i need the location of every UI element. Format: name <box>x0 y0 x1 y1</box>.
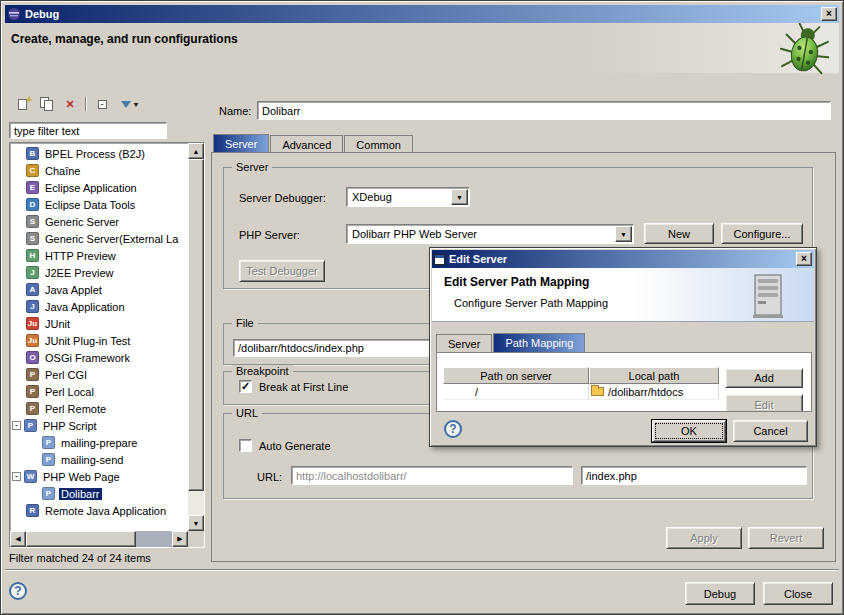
server-icon <box>750 273 786 319</box>
php-file-icon: P <box>42 436 55 449</box>
name-input[interactable] <box>257 101 831 120</box>
column-header-local-path[interactable]: Local path <box>589 367 719 384</box>
dropdown-arrow-icon[interactable]: ▼ <box>451 189 468 205</box>
tree-item-label: Remote Java Application <box>43 505 168 517</box>
window-close-icon[interactable]: × <box>821 7 837 21</box>
php-web-page-file-icon: P <box>42 487 55 500</box>
auto-generate-checkbox[interactable] <box>239 439 252 452</box>
window-titlebar[interactable]: Debug × <box>5 5 839 23</box>
dialog-tab-server[interactable]: Server <box>436 334 492 352</box>
filter-input[interactable] <box>9 122 167 139</box>
tree-item-eclipse-application[interactable]: EEclipse Application <box>12 179 187 196</box>
tree-item-perl-local[interactable]: PPerl Local <box>12 383 187 400</box>
tree-item-http-preview[interactable]: HHTTP Preview <box>12 247 187 264</box>
scroll-left-icon[interactable]: ◀ <box>10 531 26 547</box>
tree-item-perl-cgi[interactable]: PPerl CGI <box>12 366 187 383</box>
url-label: URL: <box>257 471 282 483</box>
filter-config-icon[interactable]: ▼ <box>115 95 145 113</box>
scroll-down-icon[interactable]: ▼ <box>188 515 204 531</box>
close-button[interactable]: Close <box>763 582 833 605</box>
tree-item-label: PHP Script <box>41 420 99 432</box>
dialog-tab-path-mapping[interactable]: Path Mapping <box>493 333 585 352</box>
button-label: Configure... <box>734 228 791 240</box>
funnel-glyph <box>121 101 131 108</box>
dialog-tabs: Server Path Mapping <box>436 334 586 352</box>
tree-item-j2ee-preview[interactable]: JJ2EE Preview <box>12 264 187 281</box>
tree-item-java-applet[interactable]: AJava Applet <box>12 281 187 298</box>
tree-item-label: Eclipse Application <box>43 182 139 194</box>
revert-button[interactable]: Revert <box>748 527 824 549</box>
tree-vertical-scrollbar[interactable]: ▲ ▼ <box>188 143 204 531</box>
duplicate-config-icon[interactable] <box>35 95 57 113</box>
configure-server-button[interactable]: Configure... <box>721 223 803 244</box>
dialog-titlebar[interactable]: Edit Server × <box>432 250 814 268</box>
url-path-input[interactable] <box>581 466 807 485</box>
button-label: Cancel <box>753 425 787 437</box>
table-cell-local-path[interactable]: /dolibarr/htdocs <box>589 384 719 400</box>
apply-button[interactable]: Apply <box>666 527 742 549</box>
footer-separator <box>5 569 839 571</box>
tree-item-php-script[interactable]: -PPHP Script <box>12 417 187 434</box>
generic-server-icon: S <box>26 215 39 228</box>
vscroll-thumb[interactable] <box>188 159 204 491</box>
expander-minus-icon[interactable]: - <box>12 421 21 430</box>
tree-item-generic-server-external-la[interactable]: SGeneric Server(External La <box>12 230 187 247</box>
tab-server[interactable]: Server <box>213 134 269 153</box>
delete-config-icon[interactable]: ✕ <box>59 95 81 113</box>
tree-item-generic-server[interactable]: SGeneric Server <box>12 213 187 230</box>
tree-item-label: Eclipse Data Tools <box>43 199 137 211</box>
column-header-path-on-server[interactable]: Path on server <box>443 367 589 384</box>
tree-item-php-web-page[interactable]: -WPHP Web Page <box>12 468 187 485</box>
url-group-label: URL <box>232 407 262 419</box>
url-base-input[interactable] <box>291 466 573 485</box>
new-launch-config-icon[interactable]: + <box>11 95 33 113</box>
tree-item-junit[interactable]: JuJUnit <box>12 315 187 332</box>
tree-item-osgi-framework[interactable]: OOSGi Framework <box>12 349 187 366</box>
j2ee-preview-icon: J <box>26 266 39 279</box>
tree-item-junit-plug-in-test[interactable]: JuJUnit Plug-in Test <box>12 332 187 349</box>
tree-item-eclipse-data-tools[interactable]: DEclipse Data Tools <box>12 196 187 213</box>
edit-mapping-button[interactable]: Edit <box>725 394 803 412</box>
tree-item-dolibarr[interactable]: PDolibarr <box>12 485 187 502</box>
tree-item-bpel-process-b2j-[interactable]: BBPEL Process (B2J) <box>12 145 187 162</box>
scroll-right-icon[interactable]: ▶ <box>172 531 188 547</box>
new-server-button[interactable]: New <box>644 223 714 244</box>
tree-horizontal-scrollbar[interactable]: ◀ ▶ <box>10 531 188 547</box>
cancel-button[interactable]: Cancel <box>733 420 808 442</box>
header-banner: Create, manage, and run configurations <box>5 23 839 73</box>
table-cell-server-path[interactable]: / <box>443 384 589 400</box>
tree-item-mailing-prepare[interactable]: Pmailing-prepare <box>12 434 187 451</box>
tree-item-perl-remote[interactable]: PPerl Remote <box>12 400 187 417</box>
debug-button[interactable]: Debug <box>685 582 755 605</box>
server-debugger-combo[interactable]: XDebug ▼ <box>346 187 470 207</box>
dialog-close-icon[interactable]: × <box>796 252 812 266</box>
collapse-all-icon[interactable]: - <box>91 95 113 113</box>
ok-button[interactable]: OK <box>652 420 726 442</box>
dialog-help-button[interactable]: ? <box>444 420 462 438</box>
tree-item-java-application[interactable]: JJava Application <box>12 298 187 315</box>
test-debugger-button[interactable]: Test Debugger <box>239 260 325 282</box>
scroll-up-icon[interactable]: ▲ <box>188 143 204 159</box>
tree-item-cha-ne[interactable]: CChaîne <box>12 162 187 179</box>
perl-remote-icon: P <box>26 402 39 415</box>
dialog-title: Edit Server <box>449 253 507 265</box>
tab-common[interactable]: Common <box>344 135 413 153</box>
expander-minus-icon[interactable]: - <box>12 472 21 481</box>
help-button[interactable]: ? <box>9 582 27 600</box>
tab-advanced[interactable]: Advanced <box>270 135 343 153</box>
tree-item-label: mailing-prepare <box>59 437 139 449</box>
dialog-subheading: Configure Server Path Mapping <box>454 297 608 309</box>
tree-item-label: Perl CGI <box>43 369 89 381</box>
tab-label: Path Mapping <box>505 337 573 349</box>
server-debugger-value: XDebug <box>352 191 392 203</box>
tree-item-label: J2EE Preview <box>43 267 115 279</box>
tree-item-mailing-send[interactable]: Pmailing-send <box>12 451 187 468</box>
dropdown-arrow-icon[interactable]: ▼ <box>615 226 632 242</box>
break-first-line-checkbox[interactable]: ✓ <box>239 380 252 393</box>
add-mapping-button[interactable]: Add <box>725 368 803 388</box>
http-preview-icon: H <box>26 249 39 262</box>
php-server-combo[interactable]: Dolibarr PHP Web Server ▼ <box>346 224 634 244</box>
tree-item-remote-java-application[interactable]: RRemote Java Application <box>12 502 187 519</box>
hscroll-thumb[interactable] <box>26 531 136 547</box>
junit-plugin-test-icon: Ju <box>26 334 39 347</box>
